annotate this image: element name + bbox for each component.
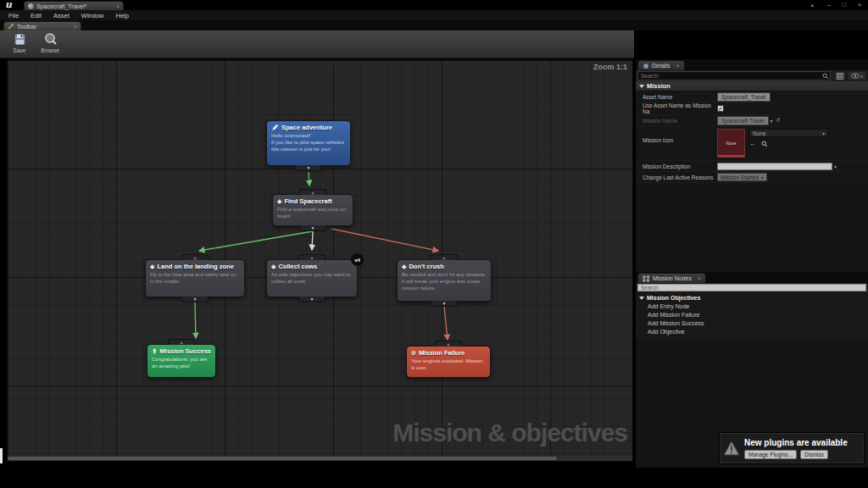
output-pin[interactable]: ▼ bbox=[299, 225, 326, 231]
close-icon[interactable]: × bbox=[116, 3, 120, 9]
input-pin[interactable]: ▲ bbox=[298, 254, 326, 260]
tab-mission-nodes[interactable]: Mission Nodes × bbox=[637, 273, 706, 283]
menu-file[interactable]: File bbox=[8, 12, 19, 19]
output-pin[interactable]: ▼ bbox=[181, 297, 209, 302]
list-item-add-objective[interactable]: Add Objective bbox=[636, 327, 868, 336]
mission-icon-thumbnail[interactable]: None bbox=[717, 129, 745, 158]
input-pin[interactable]: ▲ bbox=[168, 339, 195, 345]
close-icon[interactable]: × bbox=[74, 24, 77, 30]
node-description: As side objectives you may want to colle… bbox=[271, 272, 353, 286]
edge-start-to-find[interactable] bbox=[309, 172, 309, 186]
asset-name-value: Spacecraft_Travel bbox=[717, 92, 771, 102]
menu-help[interactable]: Help bbox=[115, 12, 128, 19]
node-mission-success[interactable]: ▲ Mission Success Congratulations, you a… bbox=[147, 344, 216, 378]
reset-to-default-icon[interactable]: ↺ bbox=[776, 117, 781, 124]
dismiss-button[interactable]: Dismiss bbox=[800, 450, 828, 459]
minimize-button[interactable]: – bbox=[824, 1, 834, 9]
thumbnail-label: None bbox=[726, 141, 737, 146]
canvas-vertical-scrollbar[interactable] bbox=[0, 448, 3, 463]
mission-nodes-tab-label: Mission Nodes bbox=[653, 275, 692, 281]
details-search-input[interactable] bbox=[637, 71, 831, 80]
toolbar-tab-row: Toolbar × bbox=[0, 20, 868, 30]
browse-to-asset-icon[interactable] bbox=[761, 141, 768, 147]
close-icon[interactable]: × bbox=[676, 63, 679, 69]
dropdown-value: Mission Started bbox=[721, 175, 759, 180]
output-pin[interactable]: ▼ bbox=[298, 297, 326, 302]
node-title-text: Collect cows bbox=[278, 263, 317, 270]
search-icon bbox=[822, 73, 829, 80]
save-button[interactable]: Save bbox=[7, 32, 32, 53]
right-panel: Details × ▾ bbox=[636, 59, 868, 468]
menu-asset[interactable]: Asset bbox=[53, 12, 70, 19]
row-change-reasons: Change Last Active Reasons Mission Start… bbox=[636, 172, 868, 183]
menu-edit[interactable]: Edit bbox=[31, 12, 42, 19]
node-title-text: Mission Failure bbox=[419, 349, 465, 357]
prop-label: Mission Name bbox=[643, 118, 717, 124]
edge-find-to-cows[interactable] bbox=[312, 231, 313, 250]
manage-plugins-button[interactable]: Manage Plugins... bbox=[744, 450, 797, 459]
objective-diamond-icon: ◈ bbox=[277, 198, 281, 204]
node-space-adventure[interactable]: Space adventure Hello cosmonaut! If you … bbox=[266, 120, 351, 166]
edge-find-to-crush[interactable] bbox=[331, 229, 438, 251]
maximize-button[interactable]: □ bbox=[839, 1, 849, 9]
node-title-text: Space adventure bbox=[281, 124, 332, 131]
edge-find-to-land[interactable] bbox=[199, 231, 313, 251]
node-mission-failure[interactable]: ▲ ⊘ Mission Failure Your engines explode… bbox=[406, 346, 491, 378]
node-description: Fly to the blue area and safely land on … bbox=[150, 272, 240, 286]
mission-icon-dropdown[interactable]: None ▾ bbox=[749, 129, 828, 137]
node-collect-cows[interactable]: ▲ x4 ◈ Collect cows As side objectives y… bbox=[266, 259, 358, 297]
objective-diamond-icon: ◈ bbox=[271, 263, 275, 269]
output-pin[interactable]: ▼ bbox=[431, 301, 458, 307]
notification-title: New plugins are available bbox=[744, 438, 848, 447]
expander-icon bbox=[639, 297, 644, 300]
input-pin[interactable]: ▲ bbox=[435, 341, 462, 347]
pin-up-icon: ▲ bbox=[442, 256, 447, 260]
toolbar-tab[interactable]: Toolbar × bbox=[3, 21, 81, 30]
details-tab-label: Details bbox=[652, 63, 670, 69]
graph-canvas[interactable]: Zoom 1:1 Space adventure Hello cosmonaut… bbox=[7, 59, 633, 462]
input-pin[interactable]: ▲ bbox=[431, 254, 458, 260]
output-pin[interactable]: ▼ bbox=[295, 165, 322, 171]
mission-description-input[interactable] bbox=[717, 163, 832, 170]
use-selected-asset-icon[interactable]: ← bbox=[749, 140, 756, 147]
mission-nodes-search-input[interactable] bbox=[637, 284, 866, 291]
use-asset-name-checkbox[interactable]: ✓ bbox=[717, 105, 724, 112]
display-filter-button[interactable]: ▾ bbox=[848, 71, 866, 80]
browse-button[interactable]: Browse bbox=[37, 32, 63, 53]
node-description: Your engines exploded. Mission is over. bbox=[411, 358, 486, 372]
asset-tab[interactable]: Spacecraft_Travel* × bbox=[24, 1, 124, 10]
menu-window[interactable]: Window bbox=[81, 12, 104, 19]
change-reasons-dropdown[interactable]: Mission Started ▾ bbox=[717, 173, 767, 181]
mission-name-value[interactable]: Spacecraft Travel bbox=[717, 116, 769, 125]
node-title-text: Find Spacecraft bbox=[284, 197, 331, 205]
group-mission-objectives[interactable]: Mission Objectives bbox=[636, 294, 868, 302]
save-floppy-icon bbox=[13, 32, 27, 47]
list-item-add-mission-failure[interactable]: Add Mission Failure bbox=[636, 310, 868, 319]
toolbar-tab-label: Toolbar bbox=[17, 24, 36, 30]
chevron-down-icon[interactable]: ▾ bbox=[834, 164, 837, 169]
edge-crush-to-failure[interactable] bbox=[444, 307, 448, 340]
chevron-down-icon[interactable]: ▾ bbox=[771, 118, 773, 124]
property-matrix-button[interactable] bbox=[834, 71, 846, 80]
input-pin[interactable]: ▲ bbox=[181, 254, 209, 260]
wrench-icon bbox=[8, 23, 14, 30]
prop-label: Asset Name bbox=[643, 94, 717, 100]
toolbar: Save Browse bbox=[0, 30, 634, 58]
list-item-add-mission-success[interactable]: Add Mission Success bbox=[636, 319, 868, 327]
mission-nodes-list: Mission Objectives Add Entry Node Add Mi… bbox=[636, 292, 868, 339]
edge-land-to-success[interactable] bbox=[195, 302, 196, 338]
category-mission[interactable]: Mission bbox=[636, 81, 868, 92]
canvas-horizontal-scrollbar[interactable] bbox=[8, 456, 633, 461]
close-window-button[interactable]: × bbox=[854, 1, 865, 9]
close-icon[interactable]: × bbox=[698, 275, 701, 281]
input-pin[interactable]: ▲ bbox=[299, 189, 326, 195]
list-item-add-entry-node[interactable]: Add Entry Node bbox=[636, 302, 868, 310]
node-title-text: Mission Success bbox=[160, 347, 211, 355]
row-mission-icon: Mission Icon None None ▾ ← bbox=[636, 126, 868, 161]
chevron-down-icon: ▾ bbox=[761, 175, 764, 180]
tab-details[interactable]: Details × bbox=[637, 60, 685, 70]
node-dont-crush[interactable]: ▲ ◈ Don't crush Be carefull and don't hi… bbox=[397, 259, 492, 302]
node-land-on-landing-zone[interactable]: ▲ ◈ Land on the landing zone Fly to the … bbox=[145, 259, 245, 297]
node-find-spacecraft[interactable]: ▲ ◈ Find Spacecraft Find a spacecraft an… bbox=[272, 194, 353, 226]
scrollbar-handle[interactable] bbox=[8, 457, 557, 460]
